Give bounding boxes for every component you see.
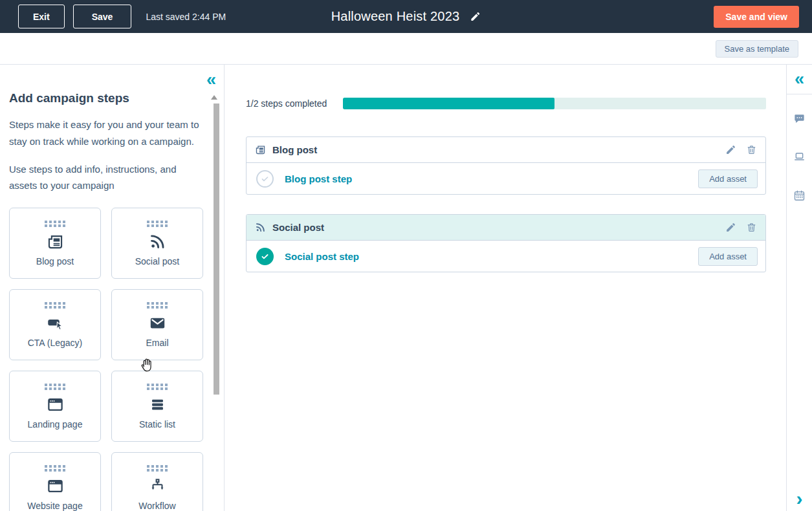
progress-row: 1/2 steps completed bbox=[246, 98, 766, 109]
step-link[interactable]: Blog post step bbox=[285, 173, 698, 184]
newspaper-icon bbox=[255, 144, 266, 155]
step-group-header: Social post bbox=[247, 215, 765, 241]
save-button[interactable]: Save bbox=[73, 5, 132, 28]
step-group-name: Blog post bbox=[272, 144, 716, 155]
rss-icon bbox=[149, 233, 166, 250]
scrollbar-up-arrow[interactable] bbox=[211, 95, 217, 100]
drag-handle-icon[interactable] bbox=[45, 302, 65, 309]
step-group-blog-post: Blog post Blog post step Add asset bbox=[246, 136, 766, 195]
envelope-icon bbox=[149, 314, 166, 332]
edit-title-icon[interactable] bbox=[470, 11, 481, 22]
workflow-icon bbox=[149, 477, 166, 495]
edit-step-icon[interactable] bbox=[725, 144, 736, 155]
edit-step-icon[interactable] bbox=[725, 222, 736, 233]
rail-divider bbox=[787, 94, 812, 94]
sub-toolbar: Save as template bbox=[0, 33, 812, 65]
campaign-title: Halloween Heist 2023 bbox=[331, 9, 460, 24]
step-card-email[interactable]: Email bbox=[111, 289, 203, 360]
drag-handle-icon[interactable] bbox=[45, 221, 65, 227]
progress-label: 1/2 steps completed bbox=[246, 98, 333, 109]
expand-right-panel-icon[interactable]: › bbox=[796, 489, 803, 508]
browser-window-icon bbox=[47, 396, 64, 413]
drag-handle-icon[interactable] bbox=[147, 221, 168, 227]
save-and-view-button[interactable]: Save and view bbox=[714, 6, 799, 28]
calendar-icon[interactable] bbox=[793, 190, 806, 202]
step-card-blog-post[interactable]: Blog post bbox=[9, 208, 101, 279]
progress-bar-fill bbox=[343, 98, 554, 109]
progress-bar bbox=[343, 98, 766, 109]
last-saved-text: Last saved 2:44 PM bbox=[146, 12, 226, 22]
sidebar-description-2: Use steps to add info, instructions, and… bbox=[9, 161, 204, 195]
step-card-landing-page[interactable]: Landing page bbox=[9, 371, 101, 442]
step-card-workflow[interactable]: Workflow bbox=[111, 452, 203, 511]
step-group-social-post: Social post Social post step Add asset bbox=[246, 214, 766, 272]
step-card-static-list[interactable]: Static list bbox=[111, 371, 203, 442]
step-link[interactable]: Social post step bbox=[285, 251, 698, 262]
add-asset-button[interactable]: Add asset bbox=[698, 247, 758, 266]
drag-handle-icon[interactable] bbox=[45, 465, 65, 472]
step-card-label: Workflow bbox=[138, 501, 175, 511]
delete-step-icon[interactable] bbox=[746, 144, 757, 155]
sidebar-description-1: Steps make it easy for you and your team… bbox=[9, 116, 204, 150]
comments-icon[interactable] bbox=[793, 113, 806, 125]
main-layout: « Add campaign steps Steps make it easy … bbox=[0, 65, 812, 511]
step-card-grid: Blog post Social post CTA (Legacy) bbox=[9, 208, 224, 511]
step-card-label: Email bbox=[146, 338, 168, 348]
add-steps-sidebar: « Add campaign steps Steps make it easy … bbox=[0, 65, 225, 511]
step-card-label: Blog post bbox=[36, 256, 74, 266]
step-complete-check-icon[interactable] bbox=[256, 248, 274, 265]
step-card-label: Landing page bbox=[28, 419, 83, 429]
step-row: Blog post step Add asset bbox=[247, 163, 765, 194]
step-card-cta-legacy[interactable]: CTA (Legacy) bbox=[9, 289, 101, 360]
laptop-icon[interactable] bbox=[793, 151, 806, 163]
drag-handle-icon[interactable] bbox=[147, 302, 168, 309]
top-navbar: Exit Save Last saved 2:44 PM Halloween H… bbox=[0, 0, 812, 33]
step-card-label: Website page bbox=[27, 501, 82, 511]
rss-icon bbox=[255, 222, 266, 233]
drag-handle-icon[interactable] bbox=[45, 384, 65, 390]
sidebar-heading: Add campaign steps bbox=[9, 91, 224, 105]
step-group-name: Social post bbox=[272, 222, 716, 233]
cta-cursor-icon bbox=[47, 314, 64, 332]
add-asset-button[interactable]: Add asset bbox=[698, 169, 758, 188]
right-rail: « › bbox=[786, 65, 812, 511]
collapse-left-panel-icon[interactable]: « bbox=[206, 71, 216, 89]
save-as-template-button[interactable]: Save as template bbox=[716, 40, 798, 58]
browser-window-icon bbox=[47, 477, 64, 495]
list-bars-icon bbox=[149, 396, 166, 413]
step-card-label: Social post bbox=[135, 256, 179, 266]
collapse-right-panel-icon[interactable]: « bbox=[795, 71, 804, 88]
step-card-label: Static list bbox=[139, 419, 175, 429]
drag-handle-icon[interactable] bbox=[147, 465, 168, 472]
step-incomplete-check-icon[interactable] bbox=[256, 170, 274, 188]
exit-button[interactable]: Exit bbox=[18, 5, 65, 28]
step-card-social-post[interactable]: Social post bbox=[111, 208, 203, 279]
step-card-label: CTA (Legacy) bbox=[28, 338, 83, 348]
step-group-header: Blog post bbox=[247, 137, 765, 163]
scrollbar-thumb[interactable] bbox=[214, 103, 219, 395]
drag-handle-icon[interactable] bbox=[147, 384, 168, 390]
step-row: Social post step Add asset bbox=[247, 241, 765, 272]
campaign-steps-main: 1/2 steps completed Blog post bbox=[225, 65, 786, 511]
step-card-website-page[interactable]: Website page bbox=[9, 452, 101, 511]
delete-step-icon[interactable] bbox=[746, 222, 757, 233]
campaign-title-group: Halloween Heist 2023 bbox=[331, 9, 481, 24]
newspaper-icon bbox=[47, 233, 64, 250]
